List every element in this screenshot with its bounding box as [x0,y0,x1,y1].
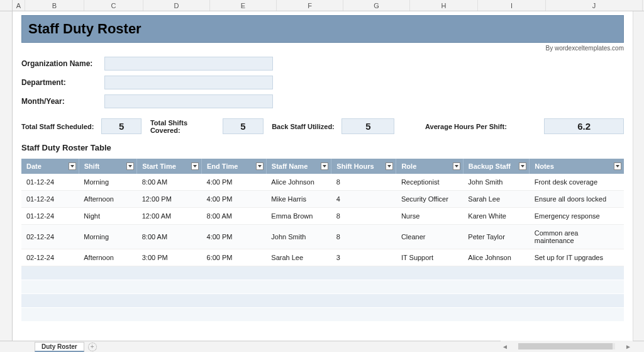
cell-date[interactable]: 01-12-24 [21,174,79,191]
cell-role[interactable]: Security Officer [396,191,463,208]
cell-shift[interactable]: Morning [79,174,136,191]
sheet-tab-duty-roster[interactable]: Duty Roster [35,342,84,352]
org-input[interactable] [104,57,273,71]
cell-notes[interactable]: Front desk coverage [530,174,624,191]
col-header-D[interactable]: D [143,0,210,11]
vertical-scrollbar[interactable] [633,11,644,341]
table-row[interactable]: 01-12-24Night12:00 AM8:00 AMEmma Brown8N… [21,208,624,225]
cell-backup[interactable]: John Smith [463,174,529,191]
cell-end[interactable]: 8:00 AM [202,208,267,225]
cell-start[interactable]: 3:00 PM [137,249,202,266]
cell-date[interactable]: 01-12-24 [21,208,79,225]
cell-role[interactable]: IT Support [396,249,463,266]
filter-icon[interactable] [519,162,526,170]
table-row[interactable]: 01-12-24Afternoon12:00 PM4:00 PMMike Har… [21,191,624,208]
scroll-right-icon[interactable]: ► [624,343,633,350]
cell-role[interactable]: Receptionist [396,174,463,191]
col-header-J[interactable]: J [546,0,643,11]
filter-icon[interactable] [69,162,76,170]
cell-staff[interactable]: Sarah Lee [266,249,331,266]
cell-staff[interactable]: John Smith [266,225,331,249]
cell-notes[interactable]: Emergency response [530,208,624,225]
org-label: Organization Name: [21,59,104,68]
filter-icon[interactable] [126,162,134,170]
table-row-empty[interactable] [21,308,624,322]
sum1-label: Total Staff Scheduled: [21,123,95,130]
hscroll-track[interactable] [518,343,615,349]
col-date[interactable]: Date [21,159,79,174]
col-header-C[interactable]: C [84,0,143,11]
page-title: Staff Duty Roster [21,15,624,43]
cell-hours[interactable]: 3 [331,249,396,266]
hscroll-thumb[interactable] [518,343,613,349]
filter-icon[interactable] [453,162,460,170]
cell-start[interactable]: 8:00 AM [137,225,202,249]
col-role[interactable]: Role [396,159,463,174]
col-header-E[interactable]: E [210,0,277,11]
table-row-empty[interactable] [21,280,624,294]
col-header-I[interactable]: I [478,0,546,11]
add-sheet-button[interactable]: + [88,343,97,351]
col-header-A[interactable]: A [13,0,25,11]
cell-backup[interactable]: Alice Johnson [463,249,529,266]
cell-start[interactable]: 12:00 AM [137,208,202,225]
col-notes[interactable]: Notes [530,159,624,174]
col-backup-staff[interactable]: Backup Staff [463,159,529,174]
cell-staff[interactable]: Mike Harris [266,191,331,208]
cell-hours[interactable]: 8 [331,174,396,191]
col-shift-hours[interactable]: Shift Hours [331,159,396,174]
cell-date[interactable]: 01-12-24 [21,191,79,208]
scroll-left-icon[interactable]: ◄ [501,343,509,350]
dept-input[interactable] [104,76,273,89]
cell-shift[interactable]: Afternoon [79,191,136,208]
sum4-label: Average Hours Per Shift: [425,123,508,130]
cell-notes[interactable]: Common area maintenance [530,225,624,249]
cell-date[interactable]: 02-12-24 [21,249,79,266]
select-all-corner[interactable] [0,0,13,11]
cell-start[interactable]: 12:00 PM [137,191,202,208]
cell-backup[interactable]: Karen White [463,208,529,225]
cell-date[interactable]: 02-12-24 [21,225,79,249]
col-header-G[interactable]: G [343,0,410,11]
table-row-empty[interactable] [21,294,624,308]
cell-shift[interactable]: Night [79,208,136,225]
col-staff-name[interactable]: Staff Name [266,159,331,174]
col-end-time[interactable]: End Time [202,159,267,174]
filter-icon[interactable] [191,162,199,170]
cell-notes[interactable]: Ensure all doors locked [530,191,624,208]
cell-staff[interactable]: Alice Johnson [266,174,331,191]
form-row-month: Month/Year: [21,93,624,110]
col-header-H[interactable]: H [410,0,478,11]
filter-icon[interactable] [386,162,393,170]
cell-staff[interactable]: Emma Brown [266,208,331,225]
filter-icon[interactable] [256,162,264,170]
cell-end[interactable]: 4:00 PM [202,174,267,191]
table-row[interactable]: 01-12-24Morning8:00 AM4:00 PMAlice Johns… [21,174,624,191]
month-input[interactable] [104,94,273,108]
col-start-time[interactable]: Start Time [137,159,202,174]
table-row[interactable]: 02-12-24Morning8:00 AM4:00 PMJohn Smith8… [21,225,624,249]
cell-end[interactable]: 4:00 PM [202,191,267,208]
sheet-content[interactable]: Staff Duty Roster By wordexceltemplates.… [13,11,633,341]
cell-start[interactable]: 8:00 AM [137,174,202,191]
table-row[interactable]: 02-12-24Afternoon3:00 PM6:00 PMSarah Lee… [21,249,624,266]
cell-end[interactable]: 6:00 PM [202,249,267,266]
cell-hours[interactable]: 4 [331,191,396,208]
col-header-B[interactable]: B [25,0,84,11]
horizontal-scrollbar[interactable]: ◄ ► [501,341,633,352]
cell-shift[interactable]: Afternoon [79,249,136,266]
filter-icon[interactable] [614,162,621,170]
cell-backup[interactable]: Peter Taylor [463,225,529,249]
col-header-F[interactable]: F [277,0,343,11]
table-row-empty[interactable] [21,266,624,280]
cell-hours[interactable]: 8 [331,225,396,249]
filter-icon[interactable] [321,162,328,170]
col-shift[interactable]: Shift [79,159,136,174]
cell-role[interactable]: Cleaner [396,225,463,249]
cell-role[interactable]: Nurse [396,208,463,225]
cell-notes[interactable]: Set up for IT upgrades [530,249,624,266]
cell-backup[interactable]: Sarah Lee [463,191,529,208]
cell-shift[interactable]: Morning [79,225,136,249]
cell-hours[interactable]: 8 [331,208,396,225]
cell-end[interactable]: 4:00 PM [202,225,267,249]
